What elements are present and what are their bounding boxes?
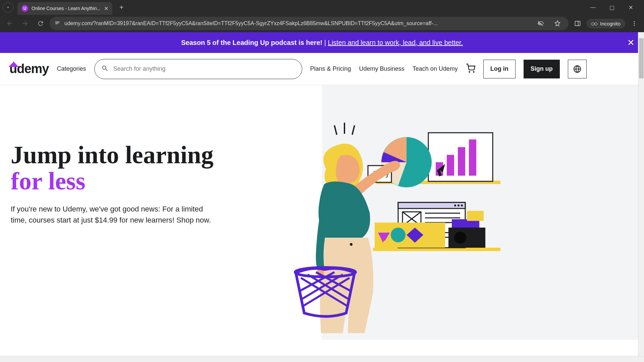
search-input[interactable] (113, 65, 295, 72)
cart-button[interactable] (466, 64, 475, 74)
svg-rect-12 (447, 155, 454, 176)
horizontal-scrollbar[interactable] (0, 356, 644, 362)
back-button[interactable] (3, 17, 16, 30)
login-button[interactable]: Log in (483, 60, 516, 78)
tab-search-button[interactable] (3, 2, 13, 13)
hero-text: Jump into learning for less If you're ne… (11, 99, 225, 340)
globe-icon (573, 65, 581, 73)
incognito-label: Incognito (600, 21, 621, 26)
svg-point-3 (634, 23, 635, 24)
vertical-scrollbar[interactable] (638, 32, 644, 356)
udemy-business-link[interactable]: Udemy Business (359, 65, 405, 72)
close-window-button[interactable]: ✕ (625, 2, 636, 13)
svg-point-5 (469, 71, 470, 72)
forward-button[interactable] (19, 17, 32, 30)
svg-line-44 (334, 125, 337, 135)
svg-rect-42 (448, 228, 485, 248)
new-tab-button[interactable]: + (116, 2, 126, 12)
hero-subtitle: If you're new to Udemy, we've got good n… (11, 203, 219, 226)
svg-point-4 (634, 25, 635, 26)
browser-toolbar: udemy.com/?ranMID=39197&ranEAID=TTf2F5yy… (0, 15, 644, 32)
bookmark-star-icon[interactable] (551, 17, 564, 30)
promo-close-button[interactable]: ✕ (627, 38, 635, 48)
udemy-logo[interactable]: ◢◣ ûdemy (9, 62, 49, 76)
incognito-badge[interactable]: Incognito (587, 19, 625, 28)
svg-rect-0 (575, 21, 580, 25)
site-info-icon[interactable] (54, 20, 60, 27)
promo-link[interactable]: Listen and learn to work, lead, and live… (328, 39, 463, 46)
svg-rect-13 (458, 147, 465, 176)
eye-off-icon[interactable] (534, 17, 547, 30)
svg-point-2 (634, 21, 635, 22)
svg-point-6 (473, 71, 474, 72)
categories-link[interactable]: Categories (57, 65, 86, 72)
hero-title-line1: Jump into learning (11, 141, 213, 169)
svg-point-47 (350, 243, 353, 246)
minimize-button[interactable]: — (588, 2, 598, 13)
reload-button[interactable] (34, 17, 47, 30)
browser-chrome: U Online Courses - Learn Anythin... ✕ + … (0, 0, 644, 32)
tab-favicon: U (21, 5, 28, 12)
svg-point-38 (391, 228, 406, 242)
window-controls: — ▢ ✕ (588, 2, 641, 13)
hero-title: Jump into learning for less (11, 142, 225, 194)
scrollbar-thumb[interactable] (639, 38, 644, 78)
browser-tab[interactable]: U Online Courses - Learn Anythin... ✕ (17, 2, 112, 15)
side-panel-icon[interactable] (571, 17, 584, 30)
url-text: udemy.com/?ranMID=39197&ranEAID=TTf2F5yy… (64, 20, 530, 26)
site-header: ◢◣ ûdemy Categories Plans & Pricing Udem… (0, 53, 644, 85)
promo-banner: Season 5 of the Leading Up podcast is he… (0, 32, 644, 53)
search-box[interactable] (94, 59, 302, 79)
teach-link[interactable]: Teach on Udemy (413, 65, 458, 72)
language-button[interactable] (568, 60, 587, 78)
promo-separator: | (324, 39, 328, 46)
incognito-icon (591, 21, 597, 25)
signup-button[interactable]: Sign up (524, 60, 560, 78)
hero-section: Jump into learning for less If you're ne… (0, 85, 644, 340)
svg-point-21 (454, 204, 456, 206)
hero-title-accent: for less (11, 167, 86, 195)
svg-rect-14 (469, 139, 476, 176)
hero-illustration: {./} (225, 99, 644, 340)
svg-point-22 (458, 204, 460, 206)
tab-close-button[interactable]: ✕ (104, 5, 108, 12)
svg-point-43 (454, 232, 466, 244)
browser-menu-button[interactable] (628, 17, 641, 30)
logo-hat-icon: ◢◣ (9, 60, 18, 68)
promo-bold-text: Season 5 of the Leading Up podcast is he… (181, 39, 322, 46)
svg-line-46 (352, 125, 355, 135)
svg-rect-41 (467, 211, 484, 221)
search-icon (101, 65, 109, 73)
maximize-button[interactable]: ▢ (606, 2, 617, 13)
svg-point-23 (461, 204, 463, 206)
tab-title: Online Courses - Learn Anythin... (32, 6, 101, 11)
illustration-svg: {./} (266, 119, 507, 333)
page-content: Season 5 of the Leading Up podcast is he… (0, 32, 644, 362)
tab-strip: U Online Courses - Learn Anythin... ✕ + … (0, 0, 644, 15)
plans-pricing-link[interactable]: Plans & Pricing (310, 65, 351, 72)
address-bar[interactable]: udemy.com/?ranMID=39197&ranEAID=TTf2F5yy… (50, 17, 569, 30)
